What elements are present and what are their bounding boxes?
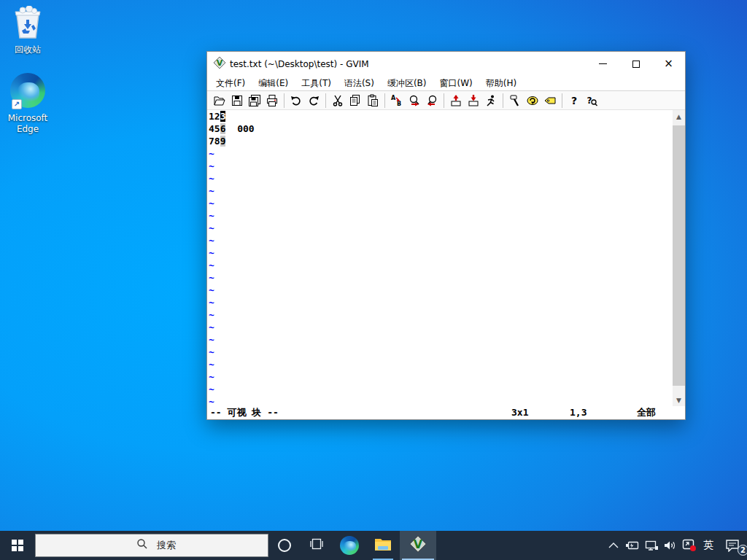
editor-line-2: 456 000 [209,122,673,135]
cursor-position-indicator: 1,3 [570,406,587,419]
jump-to-tag-icon[interactable] [541,93,559,109]
recycle-bin-label: 回收站 [0,44,55,55]
print-icon[interactable] [263,93,281,109]
taskbar-file-explorer-button[interactable] [366,531,400,560]
menu-bar: 文件(F) 编辑(E) 工具(T) 语法(S) 缓冲区(B) 窗口(W) 帮助(… [207,76,685,90]
find-prev-icon[interactable] [423,93,441,109]
toolbar-separator [325,93,326,108]
desktop-icon-edge[interactable]: ↗ Microsoft Edge [0,73,55,135]
undo-icon[interactable] [287,93,305,109]
windows-logo-icon [12,540,23,551]
session-save-icon[interactable] [465,93,482,109]
scrollbar-thumb[interactable] [673,125,685,386]
system-tray: 英 2 [604,531,747,560]
menu-help[interactable]: 帮助(H) [479,77,523,90]
build-tags-icon[interactable] [524,93,541,109]
task-view-icon [310,538,323,553]
network-icon[interactable] [642,531,661,560]
recycle-bin-icon [12,28,44,42]
editor-line-1: 123 [209,110,673,122]
start-button[interactable] [0,531,35,560]
minimize-icon [599,63,607,64]
search-placeholder: 搜索 [157,539,176,552]
status-bar: -- 可视 块 -- 3x1 1,3 全部 [207,406,685,419]
shortcut-arrow-icon: ↗ [12,99,22,109]
gvim-window: V test.txt (~\Desktop\test) - GVIM × 文件(… [206,51,686,420]
cortana-icon [278,539,291,552]
editor-line-3: 789 [209,135,673,147]
vim-app-icon: V [214,57,225,71]
vertical-scrollbar[interactable]: ▲ ▼ [673,110,685,406]
notification-badge: 2 [738,545,747,556]
find-replace-icon[interactable]: AB [388,93,406,109]
screen-alert-icon[interactable] [680,531,699,560]
menu-file[interactable]: 文件(F) [209,77,252,90]
toolbar-separator [444,93,444,108]
taskbar: 搜索 V [0,531,747,560]
taskbar-gvim-button-active[interactable]: V [400,531,436,560]
block-size-indicator: 3x1 [511,406,528,419]
redo-icon[interactable] [305,93,322,109]
cursor-block: 3 [220,111,226,122]
toolbar-separator [384,93,385,108]
open-icon[interactable] [211,93,228,109]
menu-tools[interactable]: 工具(T) [295,77,338,90]
svg-text:A: A [391,95,396,101]
minimize-button[interactable] [587,52,619,76]
ime-indicator[interactable]: 英 [699,531,718,560]
title-bar[interactable]: V test.txt (~\Desktop\test) - GVIM × [207,52,685,76]
task-view-button[interactable] [301,531,333,560]
find-next-icon[interactable] [406,93,423,109]
maximize-button[interactable] [619,52,652,76]
visual-block-selection: 9 [220,136,226,147]
scroll-down-icon[interactable]: ▼ [673,394,685,406]
taskbar-edge-button[interactable] [333,531,366,560]
maximize-icon [632,61,640,68]
scroll-position-indicator: 全部 [637,406,656,419]
tool-bar: AB ? ? [207,91,685,110]
file-explorer-icon [374,536,392,555]
menu-buffers[interactable]: 缓冲区(B) [381,77,433,90]
close-icon: × [664,58,673,69]
empty-buffer-tildes: ~~~~~~~~~~~~~~~~~~~~~ [209,147,673,406]
notification-center-button[interactable]: 2 [718,531,747,560]
save-icon[interactable] [228,93,246,109]
svg-text:B: B [397,101,401,107]
window-title: test.txt (~\Desktop\test) - GVIM [230,59,587,69]
volume-icon[interactable] [661,531,680,560]
edge-icon [340,536,359,555]
scroll-up-icon[interactable]: ▲ [673,110,685,122]
copy-icon[interactable] [347,93,364,109]
mode-indicator: -- 可视 块 -- [210,406,279,419]
toolbar-separator [562,93,562,108]
vim-icon: V [409,535,427,556]
menu-window[interactable]: 窗口(W) [433,77,479,90]
desktop-icon-recycle-bin[interactable]: 回收站 [0,6,55,55]
taskbar-search-input[interactable]: 搜索 [35,534,268,557]
toolbar-separator [284,93,285,108]
power-icon[interactable] [623,531,642,560]
svg-text:?: ? [587,96,592,106]
menu-edit[interactable]: 编辑(E) [252,77,295,90]
run-script-icon[interactable] [482,93,500,109]
session-load-icon[interactable] [447,93,465,109]
close-button[interactable]: × [652,52,685,76]
edge-label: Microsoft Edge [0,113,55,135]
cortana-button[interactable] [268,531,301,560]
find-in-help-icon[interactable]: ? [583,93,600,109]
svg-text:V: V [217,58,223,68]
toolbar-separator [503,93,503,108]
hidden-icons-chevron[interactable] [604,531,623,560]
save-all-icon[interactable] [246,93,263,109]
edge-icon: ↗ [10,73,45,108]
svg-text:V: V [414,537,423,551]
menu-syntax[interactable]: 语法(S) [338,77,381,90]
search-icon [136,538,148,553]
make-icon[interactable] [506,93,524,109]
svg-text:?: ? [571,95,577,106]
paste-icon[interactable] [364,93,382,109]
text-editor-area[interactable]: 123 456 000 789 ~~~~~~~~~~~~~~~~~~~~~ [207,110,673,406]
help-icon[interactable]: ? [565,93,583,109]
cut-icon[interactable] [329,93,347,109]
